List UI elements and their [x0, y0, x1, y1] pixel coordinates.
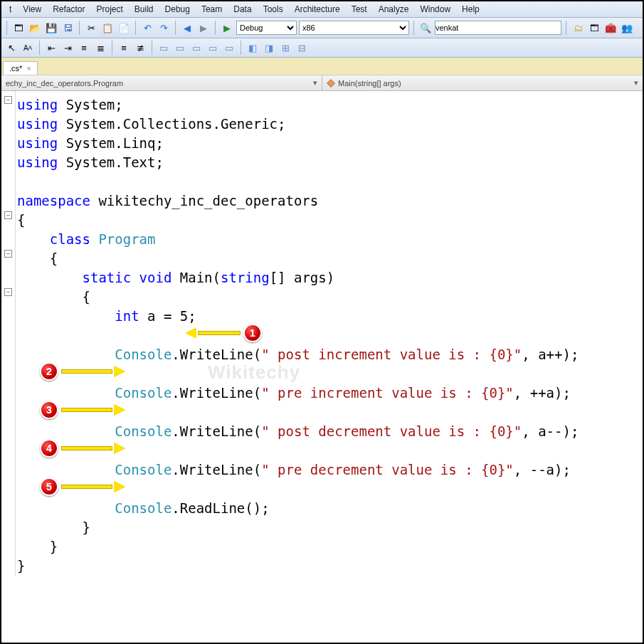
config-dropdown[interactable]: Debug — [236, 21, 297, 35]
code-line: { — [17, 287, 643, 307]
code-line: static void Main(string[] args) — [17, 268, 643, 287]
code-line: } — [17, 537, 643, 556]
solution-explorer-icon[interactable]: 🗂 — [571, 21, 585, 35]
tool2-icon[interactable]: ◨ — [262, 41, 276, 55]
find-icon[interactable]: 🔍 — [418, 21, 433, 35]
code-line — [17, 480, 643, 499]
font-size-icon[interactable]: AA — [21, 41, 35, 55]
fold-toggle[interactable]: − — [4, 288, 12, 296]
code-line — [17, 441, 643, 460]
menu-project[interactable]: Project — [92, 3, 128, 16]
window1-icon[interactable]: ▭ — [157, 41, 171, 55]
code-line: using System.Text; — [17, 153, 643, 172]
search-input[interactable] — [435, 21, 561, 35]
new-project-icon[interactable]: 🗔 — [11, 21, 26, 35]
uncomment-icon[interactable]: ≢ — [133, 41, 147, 55]
class-dropdown[interactable]: echy_inc_dec_operators.Program ▾ — [1, 75, 322, 90]
code-line: int a = 5; — [17, 307, 643, 326]
window4-icon[interactable]: ▭ — [206, 41, 220, 55]
paste-icon[interactable]: 📄 — [117, 21, 131, 35]
code-line — [17, 364, 643, 384]
file-tab-active[interactable]: .cs* × — [3, 61, 38, 75]
code-line — [17, 403, 643, 422]
menu-tools[interactable]: Tools — [258, 3, 288, 16]
menu-analyze[interactable]: Analyze — [374, 3, 414, 16]
main-toolbar: 🗔 📂 💾 🖫 ✂ 📋 📄 ↶ ↷ ◀ ▶ ▶ Debug x86 🔍 🗂 🗔 … — [1, 18, 643, 38]
format2-icon[interactable]: ≣ — [93, 41, 107, 55]
menu-data[interactable]: Data — [228, 3, 256, 16]
file-tab-label: .cs* — [9, 64, 22, 73]
start-icon[interactable]: ▶ — [220, 21, 234, 35]
code-line: namespace wikitechy_inc_dec_operators — [17, 191, 643, 211]
code-line: } — [17, 518, 643, 537]
indent-icon[interactable]: ⇤ — [44, 41, 58, 55]
code-line — [17, 172, 643, 191]
outline-gutter: − − − − — [1, 91, 16, 576]
member-nav-bar: echy_inc_dec_operators.Program ▾ Main(st… — [1, 75, 643, 91]
member-dropdown[interactable]: Main(string[] args) ▾ — [322, 75, 643, 90]
code-line: using System.Linq; — [17, 134, 643, 153]
properties-icon[interactable]: 🗔 — [587, 21, 601, 35]
tool4-icon[interactable]: ⊟ — [295, 41, 309, 55]
tab-strip: .cs* × — [1, 58, 643, 75]
fold-toggle[interactable]: − — [4, 96, 12, 104]
member-name-label: Main(string[] args) — [338, 79, 401, 88]
menu-refactor[interactable]: Refactor — [48, 3, 90, 16]
code-line: Console.WriteLine(" pre increment value … — [17, 384, 643, 403]
tool1-icon[interactable]: ◧ — [246, 41, 260, 55]
code-line: { — [17, 211, 643, 230]
cut-icon[interactable]: ✂ — [84, 21, 98, 35]
menu-test[interactable]: Test — [347, 3, 372, 16]
comment-icon[interactable]: ≡ — [117, 41, 131, 55]
window5-icon[interactable]: ▭ — [222, 41, 236, 55]
class-name-label: echy_inc_dec_operators.Program — [6, 79, 123, 88]
menu-bar: t View Refactor Project Build Debug Team… — [1, 1, 643, 18]
code-line: Console.ReadLine(); — [17, 499, 643, 518]
open-icon[interactable]: 📂 — [28, 21, 42, 35]
menu-debug[interactable]: Debug — [160, 3, 195, 16]
menu-build[interactable]: Build — [130, 3, 159, 16]
code-line: using System; — [17, 95, 643, 115]
fold-toggle[interactable]: − — [4, 250, 12, 258]
nav-fwd-icon[interactable]: ▶ — [196, 21, 211, 35]
menu-view[interactable]: View — [18, 3, 46, 16]
code-line: Console.WriteLine(" post decrement value… — [17, 422, 643, 441]
code-line: Console.WriteLine(" pre decrement value … — [17, 460, 643, 480]
menu-help[interactable]: Help — [457, 3, 485, 16]
code-line — [17, 326, 643, 345]
method-icon — [327, 79, 335, 88]
code-editor[interactable]: − − − − Wikitechy using System; using Sy… — [1, 91, 643, 576]
code-line: Console.WriteLine(" post increment value… — [17, 345, 643, 364]
menu-team[interactable]: Team — [196, 3, 227, 16]
platform-dropdown[interactable]: x86 — [299, 21, 409, 35]
code-line: } — [17, 556, 643, 576]
menu-window[interactable]: Window — [415, 3, 455, 16]
toolbox-icon[interactable]: 🧰 — [603, 21, 618, 35]
code-line: using System.Collections.Generic; — [17, 115, 643, 134]
copy-icon[interactable]: 📋 — [100, 21, 115, 35]
menu-architecture[interactable]: Architecture — [290, 3, 345, 16]
code-line: class Program — [17, 230, 643, 249]
tool3-icon[interactable]: ⊞ — [278, 41, 292, 55]
code-line: { — [17, 249, 643, 268]
outdent-icon[interactable]: ⇥ — [60, 41, 75, 55]
team-explorer-icon[interactable]: 👥 — [620, 21, 634, 35]
editor-toolbar: ↖ AA ⇤ ⇥ ≡ ≣ ≡ ≢ ▭ ▭ ▭ ▭ ▭ ◧ ◨ ⊞ ⊟ — [1, 38, 643, 58]
menu-item[interactable]: t — [4, 3, 16, 16]
window3-icon[interactable]: ▭ — [189, 41, 204, 55]
redo-icon[interactable]: ↷ — [157, 21, 171, 35]
undo-icon[interactable]: ↶ — [140, 21, 154, 35]
pointer-icon[interactable]: ↖ — [4, 41, 19, 55]
window2-icon[interactable]: ▭ — [173, 41, 187, 55]
save-all-icon[interactable]: 🖫 — [60, 21, 75, 35]
close-icon[interactable]: × — [26, 64, 31, 73]
format-icon[interactable]: ≡ — [77, 41, 91, 55]
fold-toggle[interactable]: − — [4, 211, 12, 219]
save-icon[interactable]: 💾 — [44, 21, 58, 35]
nav-back-icon[interactable]: ◀ — [180, 21, 194, 35]
